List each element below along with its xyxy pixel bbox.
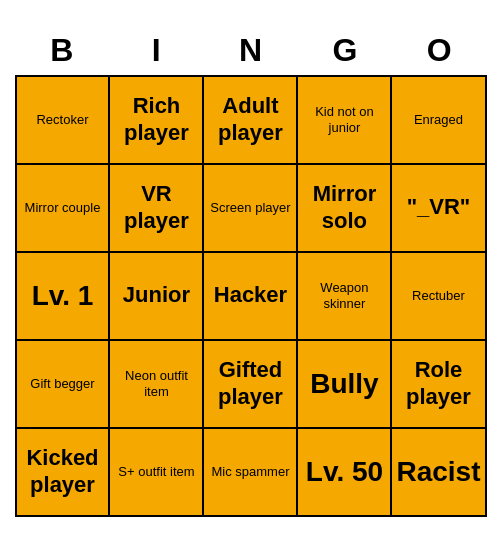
bingo-grid: RectokerRich playerAdult playerKid not o… [15,75,487,517]
bingo-cell: Bully [298,341,392,429]
bingo-cell: Hacker [204,253,298,341]
bingo-cell: Junior [110,253,204,341]
bingo-cell: Kicked player [17,429,111,517]
bingo-cell: "_VR" [392,165,486,253]
bingo-cell: Gift begger [17,341,111,429]
bingo-cell: Lv. 50 [298,429,392,517]
bingo-cell: VR player [110,165,204,253]
bingo-cell: Mirror couple [17,165,111,253]
bingo-cell: S+ outfit item [110,429,204,517]
bingo-cell: Gifted player [204,341,298,429]
bingo-cell: Racist [392,429,486,517]
bingo-cell: Screen player [204,165,298,253]
header-letter: B [15,28,109,73]
header-letter: I [109,28,203,73]
bingo-cell: Rectoker [17,77,111,165]
header-letter: G [298,28,392,73]
bingo-cell: Rectuber [392,253,486,341]
bingo-cell: Kid not on junior [298,77,392,165]
bingo-cell: Mirror solo [298,165,392,253]
bingo-cell: Role player [392,341,486,429]
bingo-cell: Mic spammer [204,429,298,517]
bingo-card: BINGO RectokerRich playerAdult playerKid… [11,24,491,521]
header-letter: N [203,28,297,73]
bingo-cell: Neon outfit item [110,341,204,429]
bingo-cell: Rich player [110,77,204,165]
bingo-cell: Enraged [392,77,486,165]
bingo-cell: Lv. 1 [17,253,111,341]
bingo-cell: Adult player [204,77,298,165]
bingo-cell: Weapon skinner [298,253,392,341]
bingo-header: BINGO [15,28,487,73]
header-letter: O [392,28,486,73]
